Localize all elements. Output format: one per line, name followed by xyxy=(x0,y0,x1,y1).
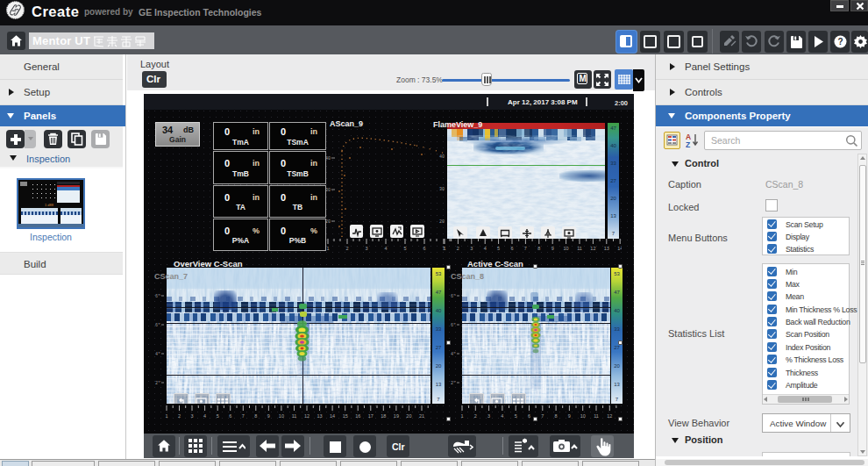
svg-text:20: 20 xyxy=(406,413,411,419)
svg-text:4: 4 xyxy=(484,246,487,251)
svg-text:27: 27 xyxy=(614,345,620,350)
svg-text:14: 14 xyxy=(617,246,622,251)
svg-text:13: 13 xyxy=(604,246,609,251)
svg-text:6": 6" xyxy=(451,323,456,328)
svg-text:1: 1 xyxy=(460,413,463,419)
svg-text:14: 14 xyxy=(330,413,335,419)
svg-text:8: 8 xyxy=(537,246,540,251)
svg-text:4": 4" xyxy=(451,352,456,357)
svg-text:11: 11 xyxy=(577,246,582,251)
svg-text:3: 3 xyxy=(470,246,473,251)
svg-text:10: 10 xyxy=(564,246,569,251)
svg-text:5: 5 xyxy=(497,246,500,251)
svg-text:5: 5 xyxy=(217,413,219,419)
svg-text:20: 20 xyxy=(614,363,620,369)
svg-text:4: 4 xyxy=(501,413,503,419)
svg-text:Z: Z xyxy=(686,140,690,148)
svg-text:40: 40 xyxy=(436,308,442,313)
svg-text:10: 10 xyxy=(279,413,284,419)
svg-text:2: 2 xyxy=(345,246,348,251)
svg-text:12: 12 xyxy=(607,413,612,419)
svg-text:3: 3 xyxy=(190,413,193,419)
svg-text:53: 53 xyxy=(436,271,442,276)
svg-text:5: 5 xyxy=(403,246,406,251)
svg-text:20: 20 xyxy=(439,219,445,225)
svg-text:3: 3 xyxy=(487,413,490,419)
svg-text:4": 4" xyxy=(155,352,160,357)
svg-text:6: 6 xyxy=(423,246,425,251)
svg-text:40: 40 xyxy=(614,308,620,313)
svg-text:21: 21 xyxy=(419,413,424,419)
svg-text:20: 20 xyxy=(610,196,616,201)
svg-text:2": 2" xyxy=(155,381,160,386)
svg-text:27: 27 xyxy=(436,345,442,350)
svg-text:40: 40 xyxy=(439,154,445,160)
svg-text:17: 17 xyxy=(368,413,374,419)
svg-text:2: 2 xyxy=(474,413,477,419)
svg-text:5: 5 xyxy=(515,413,517,419)
svg-text:2: 2 xyxy=(178,413,181,419)
svg-text:13: 13 xyxy=(614,382,620,387)
svg-text:1: 1 xyxy=(165,413,167,419)
svg-text:6: 6 xyxy=(510,246,513,251)
svg-text:20: 20 xyxy=(436,363,442,369)
svg-text:47: 47 xyxy=(610,125,616,131)
svg-text:6: 6 xyxy=(528,413,530,419)
svg-text:7: 7 xyxy=(541,413,544,419)
svg-text:6": 6" xyxy=(155,294,160,299)
svg-text:18: 18 xyxy=(381,413,386,419)
svg-text:11: 11 xyxy=(594,413,599,419)
svg-text:27: 27 xyxy=(610,178,616,183)
svg-text:19: 19 xyxy=(394,413,399,419)
svg-text:13: 13 xyxy=(610,213,616,219)
svg-text:?: ? xyxy=(837,37,843,47)
svg-text:7: 7 xyxy=(242,413,245,419)
svg-text:12: 12 xyxy=(304,413,309,419)
svg-text:53: 53 xyxy=(614,271,620,276)
svg-text:2": 2" xyxy=(451,381,456,386)
svg-text:33: 33 xyxy=(614,326,620,332)
svg-text:3: 3 xyxy=(365,246,367,251)
svg-text:1: 1 xyxy=(326,246,329,251)
svg-text:2: 2 xyxy=(457,246,459,251)
svg-text:13: 13 xyxy=(317,413,323,419)
svg-text:40: 40 xyxy=(325,156,331,161)
svg-text:15: 15 xyxy=(343,413,348,419)
svg-text:12: 12 xyxy=(590,246,595,251)
svg-text:4: 4 xyxy=(384,246,387,251)
svg-text:13: 13 xyxy=(436,382,442,387)
svg-text:8: 8 xyxy=(555,413,558,419)
svg-text:47: 47 xyxy=(436,290,442,295)
svg-text:6": 6" xyxy=(451,294,456,299)
svg-text:20: 20 xyxy=(325,219,331,225)
svg-text:1: 1 xyxy=(443,246,445,251)
svg-text:47: 47 xyxy=(614,290,620,295)
svg-text:10: 10 xyxy=(580,413,586,419)
svg-text:7: 7 xyxy=(524,246,527,251)
svg-text:9: 9 xyxy=(267,413,270,419)
svg-text:9: 9 xyxy=(568,413,571,419)
svg-text:6": 6" xyxy=(155,323,160,328)
svg-text:4: 4 xyxy=(203,413,206,419)
svg-text:30: 30 xyxy=(325,188,331,193)
svg-text:11: 11 xyxy=(292,413,297,419)
svg-text:9: 9 xyxy=(551,246,554,251)
svg-text:8: 8 xyxy=(254,413,257,419)
svg-text:40: 40 xyxy=(610,143,616,148)
svg-text:16: 16 xyxy=(355,413,360,419)
svg-text:30: 30 xyxy=(439,187,445,192)
svg-text:33: 33 xyxy=(610,161,616,166)
svg-text:33: 33 xyxy=(436,326,442,332)
svg-text:6: 6 xyxy=(229,413,231,419)
